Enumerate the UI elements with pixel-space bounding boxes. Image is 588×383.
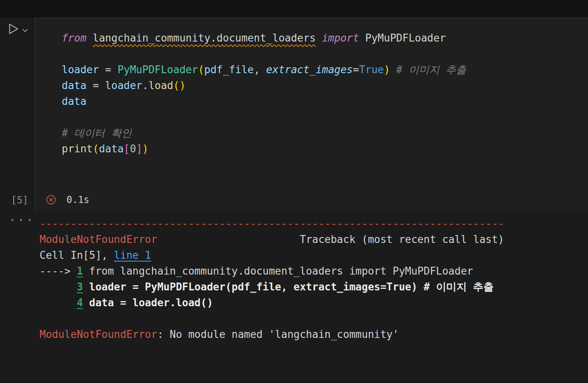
token-b1: (	[173, 80, 180, 91]
token-err: ModuleNotFoundError	[40, 233, 157, 245]
token-var: loader	[105, 80, 142, 91]
token-b1: )	[384, 64, 390, 76]
code-line[interactable]: data = loader.load()	[62, 78, 588, 93]
output-line-cell-location: Cell In[5], line 1	[40, 247, 588, 263]
code-line[interactable]: from langchain_community.document_loader…	[62, 30, 588, 46]
output-line-blank	[40, 311, 588, 326]
token-pl: =	[99, 64, 118, 76]
output-line-separator: ----------------------------------------…	[40, 216, 588, 231]
run-cell-controls	[8, 23, 28, 35]
token-pl	[40, 281, 77, 293]
token-pl	[40, 297, 77, 309]
play-icon	[8, 23, 19, 35]
code-line[interactable]: # 데이터 확인	[62, 125, 588, 141]
token-pl	[316, 32, 322, 44]
output-line-error-message: ModuleNotFoundError: No module named 'la…	[40, 326, 588, 342]
token-var: pdf_file	[204, 64, 254, 76]
token-err: ----------------------------------------…	[40, 218, 504, 229]
code-line[interactable]: loader = PyMuPDFLoader(pdf_file, extract…	[62, 62, 588, 78]
token-cmt: # 데이터 확인	[62, 127, 132, 139]
token-kw: from	[62, 32, 87, 44]
output-line-traceback-header: ModuleNotFoundError Traceback (most rece…	[40, 231, 588, 247]
token-pl: .	[142, 80, 149, 91]
token-pl: Cell In[5],	[40, 249, 114, 261]
token-kw: import	[322, 32, 359, 44]
token-err: ModuleNotFoundError	[40, 328, 157, 340]
output-line-code-context: 4 data = loader.load()	[40, 295, 588, 311]
token-bool: True	[359, 64, 384, 76]
token-pl: PyMuPDFLoader	[359, 32, 446, 44]
output-line-code-context: 3 loader = PyMuPDFLoader(pdf_file, extra…	[40, 279, 588, 295]
token-ln[interactable]: 3	[77, 281, 83, 293]
token-pl: ,	[254, 64, 266, 76]
execution-status-row: 0.1s	[46, 194, 89, 205]
token-b1: )	[179, 80, 186, 91]
token-var: loader	[62, 64, 99, 76]
code-line[interactable]	[62, 46, 588, 62]
token-pl: Traceback (most recent call last)	[157, 233, 504, 245]
token-bold: data = loader.load()	[89, 297, 213, 309]
token-link[interactable]: line 1	[114, 249, 151, 261]
token-pl: : No module named 'langchain_community'	[157, 328, 398, 340]
code-line[interactable]: data	[62, 93, 588, 109]
token-pl	[390, 64, 396, 76]
token-var: data	[62, 80, 87, 91]
run-cell-button[interactable]	[8, 23, 19, 35]
output-line-code-context: ----> 1 from langchain_community.documen…	[40, 263, 588, 279]
execution-duration: 0.1s	[66, 194, 89, 205]
token-pl	[87, 32, 93, 44]
token-b2: ]	[136, 143, 142, 155]
token-fn: print	[62, 143, 93, 155]
cell-editor-frame: from langchain_community.document_loader…	[35, 18, 588, 210]
cell-code-editor[interactable]: from langchain_community.document_loader…	[35, 18, 588, 157]
cell-top-gap	[0, 0, 588, 18]
token-b1: )	[142, 143, 149, 155]
token-var: data	[62, 95, 87, 107]
token-b2: [	[124, 143, 130, 155]
token-cmt: # 이미지 추출	[396, 64, 466, 76]
code-line[interactable]	[62, 109, 588, 125]
token-pl: ---->	[40, 265, 77, 277]
token-ln[interactable]: 1	[77, 265, 83, 277]
run-options-button[interactable]	[22, 28, 28, 33]
token-pl: =	[353, 64, 359, 76]
token-bold: loader = PyMuPDFLoader(pdf_file, extract…	[89, 281, 493, 293]
execution-count: [5]	[11, 195, 28, 206]
chevron-down-icon	[22, 28, 28, 33]
token-pl	[83, 297, 89, 309]
token-pl	[83, 281, 89, 293]
error-status-icon	[46, 195, 56, 205]
code-line[interactable]: print(data[0])	[62, 141, 588, 157]
token-warn: langchain_community.document_loaders	[93, 32, 316, 44]
token-num: 0	[130, 143, 136, 155]
token-b1: (	[93, 143, 99, 155]
token-b1: (	[198, 64, 204, 76]
token-var: data	[99, 143, 124, 155]
token-ln[interactable]: 4	[77, 297, 83, 309]
token-pl: =	[87, 80, 105, 91]
cell-output-area: ----------------------------------------…	[0, 216, 588, 342]
token-cls: PyMuPDFLoader	[118, 64, 198, 76]
token-fn: load	[148, 80, 173, 91]
token-param: extract_images	[266, 64, 353, 76]
token-pl: from langchain_community.document_loader…	[83, 265, 473, 277]
